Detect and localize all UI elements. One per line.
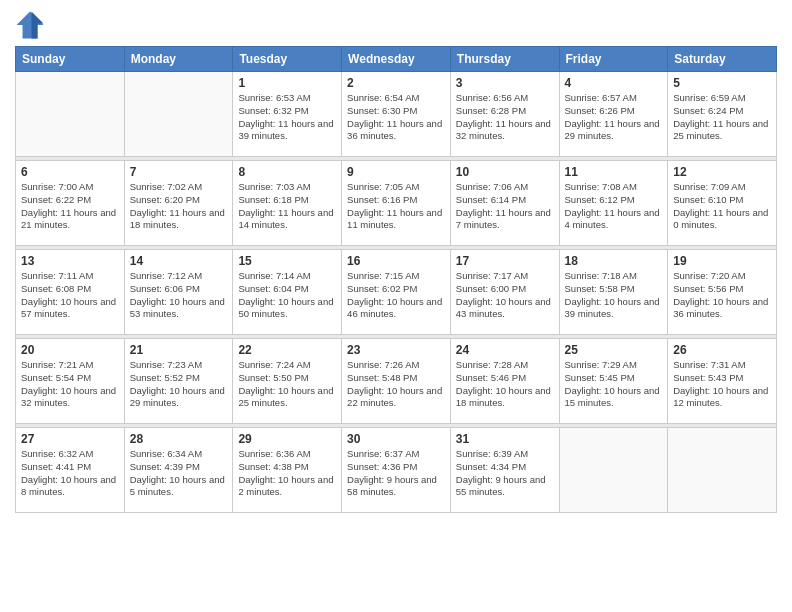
calendar-day-cell: 31Sunrise: 6:39 AM Sunset: 4:34 PM Dayli… [450,428,559,513]
day-info: Sunrise: 7:17 AM Sunset: 6:00 PM Dayligh… [456,270,554,321]
calendar-day-cell [668,428,777,513]
day-number: 23 [347,343,445,357]
day-number: 14 [130,254,228,268]
calendar-day-cell: 8Sunrise: 7:03 AM Sunset: 6:18 PM Daylig… [233,161,342,246]
calendar-day-cell: 2Sunrise: 6:54 AM Sunset: 6:30 PM Daylig… [342,72,451,157]
day-info: Sunrise: 7:18 AM Sunset: 5:58 PM Dayligh… [565,270,663,321]
calendar-day-cell: 18Sunrise: 7:18 AM Sunset: 5:58 PM Dayli… [559,250,668,335]
weekday-header: Thursday [450,47,559,72]
day-info: Sunrise: 6:32 AM Sunset: 4:41 PM Dayligh… [21,448,119,499]
day-info: Sunrise: 7:02 AM Sunset: 6:20 PM Dayligh… [130,181,228,232]
day-info: Sunrise: 6:59 AM Sunset: 6:24 PM Dayligh… [673,92,771,143]
day-info: Sunrise: 6:34 AM Sunset: 4:39 PM Dayligh… [130,448,228,499]
calendar-week-row: 6Sunrise: 7:00 AM Sunset: 6:22 PM Daylig… [16,161,777,246]
weekday-header: Friday [559,47,668,72]
day-number: 12 [673,165,771,179]
day-info: Sunrise: 7:00 AM Sunset: 6:22 PM Dayligh… [21,181,119,232]
calendar-day-cell: 26Sunrise: 7:31 AM Sunset: 5:43 PM Dayli… [668,339,777,424]
calendar-day-cell: 9Sunrise: 7:05 AM Sunset: 6:16 PM Daylig… [342,161,451,246]
day-number: 7 [130,165,228,179]
calendar-week-row: 20Sunrise: 7:21 AM Sunset: 5:54 PM Dayli… [16,339,777,424]
day-number: 8 [238,165,336,179]
weekday-header: Monday [124,47,233,72]
calendar-day-cell: 13Sunrise: 7:11 AM Sunset: 6:08 PM Dayli… [16,250,125,335]
day-info: Sunrise: 6:57 AM Sunset: 6:26 PM Dayligh… [565,92,663,143]
day-info: Sunrise: 7:15 AM Sunset: 6:02 PM Dayligh… [347,270,445,321]
day-number: 27 [21,432,119,446]
weekday-header: Saturday [668,47,777,72]
day-number: 21 [130,343,228,357]
svg-marker-0 [17,12,44,39]
page-container: SundayMondayTuesdayWednesdayThursdayFrid… [0,0,792,528]
calendar-header-row: SundayMondayTuesdayWednesdayThursdayFrid… [16,47,777,72]
day-info: Sunrise: 7:20 AM Sunset: 5:56 PM Dayligh… [673,270,771,321]
day-info: Sunrise: 6:56 AM Sunset: 6:28 PM Dayligh… [456,92,554,143]
day-info: Sunrise: 7:12 AM Sunset: 6:06 PM Dayligh… [130,270,228,321]
day-number: 4 [565,76,663,90]
calendar-week-row: 1Sunrise: 6:53 AM Sunset: 6:32 PM Daylig… [16,72,777,157]
day-number: 15 [238,254,336,268]
logo [15,10,49,40]
day-number: 13 [21,254,119,268]
day-info: Sunrise: 7:06 AM Sunset: 6:14 PM Dayligh… [456,181,554,232]
day-number: 24 [456,343,554,357]
weekday-header: Sunday [16,47,125,72]
calendar-day-cell [16,72,125,157]
day-info: Sunrise: 7:24 AM Sunset: 5:50 PM Dayligh… [238,359,336,410]
day-number: 22 [238,343,336,357]
calendar-day-cell: 6Sunrise: 7:00 AM Sunset: 6:22 PM Daylig… [16,161,125,246]
calendar-week-row: 27Sunrise: 6:32 AM Sunset: 4:41 PM Dayli… [16,428,777,513]
day-info: Sunrise: 7:11 AM Sunset: 6:08 PM Dayligh… [21,270,119,321]
calendar-day-cell: 19Sunrise: 7:20 AM Sunset: 5:56 PM Dayli… [668,250,777,335]
day-number: 20 [21,343,119,357]
calendar-day-cell: 16Sunrise: 7:15 AM Sunset: 6:02 PM Dayli… [342,250,451,335]
logo-icon [15,10,45,40]
day-info: Sunrise: 7:08 AM Sunset: 6:12 PM Dayligh… [565,181,663,232]
day-number: 2 [347,76,445,90]
calendar-day-cell: 24Sunrise: 7:28 AM Sunset: 5:46 PM Dayli… [450,339,559,424]
day-info: Sunrise: 6:53 AM Sunset: 6:32 PM Dayligh… [238,92,336,143]
calendar-day-cell: 15Sunrise: 7:14 AM Sunset: 6:04 PM Dayli… [233,250,342,335]
calendar-day-cell: 7Sunrise: 7:02 AM Sunset: 6:20 PM Daylig… [124,161,233,246]
day-info: Sunrise: 7:14 AM Sunset: 6:04 PM Dayligh… [238,270,336,321]
header [15,10,777,40]
calendar-day-cell: 30Sunrise: 6:37 AM Sunset: 4:36 PM Dayli… [342,428,451,513]
day-number: 25 [565,343,663,357]
day-number: 10 [456,165,554,179]
day-number: 30 [347,432,445,446]
calendar-day-cell: 27Sunrise: 6:32 AM Sunset: 4:41 PM Dayli… [16,428,125,513]
day-info: Sunrise: 6:54 AM Sunset: 6:30 PM Dayligh… [347,92,445,143]
day-number: 19 [673,254,771,268]
calendar-day-cell: 5Sunrise: 6:59 AM Sunset: 6:24 PM Daylig… [668,72,777,157]
weekday-header: Tuesday [233,47,342,72]
calendar-day-cell: 3Sunrise: 6:56 AM Sunset: 6:28 PM Daylig… [450,72,559,157]
day-number: 16 [347,254,445,268]
calendar-day-cell: 14Sunrise: 7:12 AM Sunset: 6:06 PM Dayli… [124,250,233,335]
calendar-day-cell: 22Sunrise: 7:24 AM Sunset: 5:50 PM Dayli… [233,339,342,424]
calendar-table: SundayMondayTuesdayWednesdayThursdayFrid… [15,46,777,513]
day-info: Sunrise: 7:29 AM Sunset: 5:45 PM Dayligh… [565,359,663,410]
day-info: Sunrise: 6:36 AM Sunset: 4:38 PM Dayligh… [238,448,336,499]
day-number: 1 [238,76,336,90]
calendar-day-cell: 12Sunrise: 7:09 AM Sunset: 6:10 PM Dayli… [668,161,777,246]
day-number: 18 [565,254,663,268]
calendar-day-cell: 21Sunrise: 7:23 AM Sunset: 5:52 PM Dayli… [124,339,233,424]
day-number: 5 [673,76,771,90]
day-info: Sunrise: 7:21 AM Sunset: 5:54 PM Dayligh… [21,359,119,410]
day-info: Sunrise: 7:28 AM Sunset: 5:46 PM Dayligh… [456,359,554,410]
day-number: 3 [456,76,554,90]
calendar-day-cell [124,72,233,157]
day-number: 26 [673,343,771,357]
day-info: Sunrise: 7:31 AM Sunset: 5:43 PM Dayligh… [673,359,771,410]
calendar-week-row: 13Sunrise: 7:11 AM Sunset: 6:08 PM Dayli… [16,250,777,335]
day-info: Sunrise: 7:23 AM Sunset: 5:52 PM Dayligh… [130,359,228,410]
calendar-day-cell: 11Sunrise: 7:08 AM Sunset: 6:12 PM Dayli… [559,161,668,246]
day-info: Sunrise: 7:05 AM Sunset: 6:16 PM Dayligh… [347,181,445,232]
day-number: 31 [456,432,554,446]
calendar-day-cell: 1Sunrise: 6:53 AM Sunset: 6:32 PM Daylig… [233,72,342,157]
weekday-header: Wednesday [342,47,451,72]
day-info: Sunrise: 6:39 AM Sunset: 4:34 PM Dayligh… [456,448,554,499]
day-info: Sunrise: 6:37 AM Sunset: 4:36 PM Dayligh… [347,448,445,499]
day-info: Sunrise: 7:09 AM Sunset: 6:10 PM Dayligh… [673,181,771,232]
day-number: 17 [456,254,554,268]
